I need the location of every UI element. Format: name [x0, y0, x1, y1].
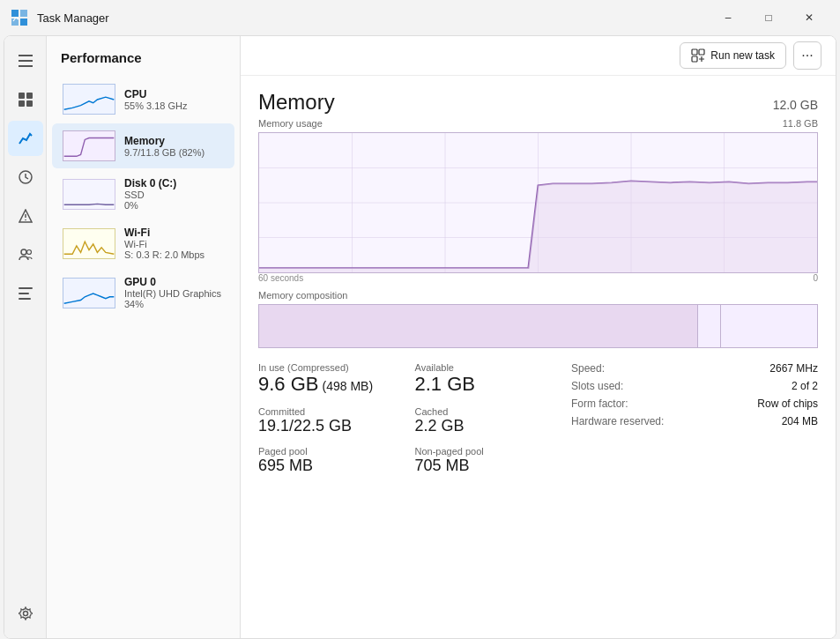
cached-label: Cached — [415, 406, 558, 417]
chart-footer: 60 seconds 0 — [258, 273, 818, 283]
gpu-nav-name: GPU 0 — [124, 276, 224, 288]
nav-item-disk[interactable]: Disk 0 (C:) SSD 0% — [52, 170, 234, 218]
detail-form: Form factor: Row of chips — [571, 398, 818, 410]
stat-paged-pool: Paged pool 695 MB — [258, 446, 401, 475]
title-bar: Task Manager – □ ✕ — [0, 0, 840, 35]
svg-point-14 — [25, 219, 26, 221]
content-area: Memory 12.0 GB Memory usage 11.8 GB — [241, 76, 836, 638]
composition-label: Memory composition — [258, 290, 818, 301]
toolbar: Run new task ··· — [241, 36, 836, 76]
in-use-value: 9.6 GB — [258, 373, 318, 396]
main-content: Run new task ··· Memory 12.0 GB Memory u… — [241, 36, 836, 638]
disk-nav-sub2: 0% — [124, 200, 224, 211]
stat-committed: Committed 19.1/22.5 GB — [258, 406, 401, 435]
available-label: Available — [415, 362, 558, 373]
svg-rect-9 — [19, 100, 25, 107]
svg-rect-4 — [19, 55, 33, 56]
run-task-icon — [691, 48, 705, 63]
stats-col-mid: Available 2.1 GB Cached 2.2 GB Non-paged… — [415, 362, 558, 486]
non-paged-pool-label: Non-paged pool — [415, 446, 558, 457]
sidebar-btn-processes[interactable] — [8, 82, 43, 117]
detail-slots: Slots used: 2 of 2 — [571, 380, 818, 392]
composition-bar — [258, 304, 818, 348]
stat-in-use: In use (Compressed) 9.6 GB (498 MB) — [258, 362, 401, 396]
nav-item-gpu[interactable]: GPU 0 Intel(R) UHD Graphics 34% — [52, 269, 234, 316]
wifi-nav-name: Wi-Fi — [124, 227, 224, 239]
svg-rect-3 — [20, 19, 27, 26]
memory-nav-name: Memory — [124, 135, 224, 147]
detail-speed: Speed: 2667 MHz — [571, 362, 818, 375]
svg-rect-22 — [699, 49, 704, 55]
memory-title: Memory — [258, 90, 335, 115]
sidebar-btn-settings[interactable] — [8, 596, 43, 631]
window-controls: – □ ✕ — [708, 4, 829, 32]
comp-in-use — [259, 305, 697, 347]
non-paged-pool-value: 705 MB — [415, 457, 558, 475]
sidebar-btn-hamburger[interactable] — [8, 43, 43, 78]
svg-point-15 — [21, 249, 26, 255]
svg-rect-0 — [11, 10, 19, 17]
available-value: 2.1 GB — [415, 373, 558, 396]
stat-non-paged-pool: Non-paged pool 705 MB — [415, 446, 558, 475]
cpu-nav-sub: 55% 3.18 GHz — [124, 100, 224, 111]
close-button[interactable]: ✕ — [789, 4, 829, 32]
sidebar-btn-performance[interactable] — [8, 121, 43, 156]
nav-item-memory[interactable]: Memory 9.7/11.8 GB (82%) — [52, 123, 234, 168]
gpu-nav-sub2: 34% — [124, 299, 224, 309]
svg-rect-17 — [19, 287, 33, 289]
stats-col-left: In use (Compressed) 9.6 GB (498 MB) Comm… — [258, 362, 401, 486]
in-use-compressed: (498 MB) — [322, 379, 373, 393]
comp-available — [720, 305, 817, 347]
stat-available: Available 2.1 GB — [415, 362, 558, 396]
wifi-nav-sub1: Wi-Fi — [124, 239, 224, 249]
memory-nav-sub: 9.7/11.8 GB (82%) — [124, 147, 224, 158]
run-new-task-button[interactable]: Run new task — [680, 42, 786, 69]
svg-rect-5 — [19, 60, 33, 62]
in-use-label: In use (Compressed) — [258, 362, 401, 373]
cached-value: 2.2 GB — [415, 417, 558, 435]
comp-cached — [697, 305, 721, 347]
nav-item-wifi[interactable]: Wi-Fi Wi-Fi S: 0.3 R: 2.0 Mbps — [52, 219, 234, 267]
icon-sidebar — [4, 36, 47, 638]
disk-nav-sub1: SSD — [124, 189, 224, 200]
hw-reserved-label: Hardware reserved: — [571, 415, 664, 427]
paged-pool-value: 695 MB — [258, 457, 401, 475]
app-title: Task Manager — [37, 11, 699, 25]
gpu-nav-sub1: Intel(R) UHD Graphics — [124, 288, 224, 299]
committed-label: Committed — [258, 406, 401, 417]
memory-header: Memory 12.0 GB — [258, 90, 818, 115]
paged-pool-label: Paged pool — [258, 446, 401, 457]
app-body: Performance CPU 55% 3.18 GHz Memory 9.7/… — [4, 35, 836, 639]
committed-value: 19.1/22.5 GB — [258, 417, 401, 435]
sidebar-btn-startup[interactable] — [8, 198, 43, 234]
memory-usage-chart — [258, 132, 818, 273]
svg-rect-23 — [692, 56, 697, 62]
detail-hw-reserved: Hardware reserved: 204 MB — [571, 415, 818, 427]
memory-usage-max: 11.8 GB — [783, 118, 818, 129]
speed-label: Speed: — [571, 362, 605, 375]
nav-item-cpu[interactable]: CPU 55% 3.18 GHz — [52, 77, 234, 122]
svg-point-16 — [26, 250, 31, 255]
svg-rect-10 — [26, 100, 33, 107]
svg-rect-6 — [19, 65, 33, 67]
svg-rect-19 — [19, 298, 31, 300]
sidebar-btn-details[interactable] — [8, 276, 43, 311]
form-value: Row of chips — [757, 398, 818, 410]
stats-row: In use (Compressed) 9.6 GB (498 MB) Comm… — [258, 362, 818, 486]
app-icon — [11, 9, 28, 26]
details-col: Speed: 2667 MHz Slots used: 2 of 2 Form … — [571, 362, 818, 486]
cpu-nav-name: CPU — [124, 88, 224, 100]
nav-panel: Performance CPU 55% 3.18 GHz Memory 9.7/… — [47, 36, 241, 638]
more-options-button[interactable]: ··· — [793, 41, 821, 70]
chart-zero: 0 — [813, 273, 818, 283]
disk-nav-name: Disk 0 (C:) — [124, 177, 224, 189]
sidebar-btn-history[interactable] — [8, 160, 43, 195]
nav-header: Performance — [47, 36, 240, 76]
svg-rect-8 — [26, 93, 33, 99]
svg-rect-7 — [19, 93, 25, 99]
wifi-nav-sub2: S: 0.3 R: 2.0 Mbps — [124, 249, 224, 260]
minimize-button[interactable]: – — [708, 4, 748, 32]
maximize-button[interactable]: □ — [748, 4, 789, 32]
memory-usage-label: Memory usage — [258, 118, 323, 129]
sidebar-btn-users[interactable] — [8, 237, 43, 272]
